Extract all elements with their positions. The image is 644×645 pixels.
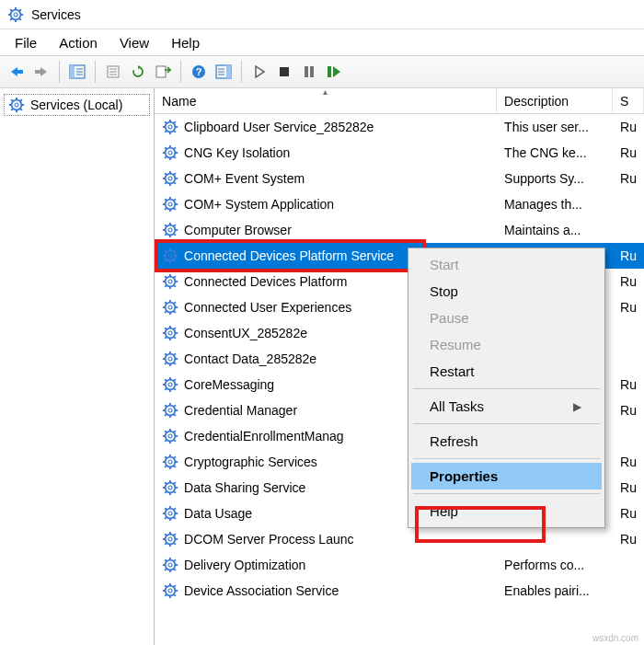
service-description-cell: Maintains a... xyxy=(497,223,613,237)
svg-point-112 xyxy=(168,280,172,283)
service-name-text: Connected User Experiences xyxy=(184,300,351,315)
column-header-description[interactable]: Description xyxy=(497,88,613,113)
svg-rect-29 xyxy=(280,67,289,76)
service-status-cell: Ru xyxy=(613,248,644,263)
nav-back-button[interactable] xyxy=(6,61,28,83)
service-gear-icon xyxy=(162,582,178,599)
svg-point-62 xyxy=(168,151,172,155)
ctx-separator xyxy=(413,388,600,389)
svg-rect-11 xyxy=(35,70,41,74)
help-button[interactable]: ? xyxy=(188,61,210,83)
toolbar-separator xyxy=(241,61,242,83)
column-headers: ▴ Name Description S xyxy=(155,88,644,114)
service-row[interactable]: DCOM Server Process LauncRu xyxy=(155,526,644,552)
service-name-text: CoreMessaging xyxy=(184,377,274,392)
main-area: Services (Local) ▴ Name Description S Cl… xyxy=(0,88,644,645)
sort-asc-icon: ▴ xyxy=(323,88,328,97)
svg-rect-30 xyxy=(305,66,308,77)
service-description-cell: Performs co... xyxy=(497,558,613,572)
svg-point-181 xyxy=(166,457,176,467)
service-gear-icon xyxy=(162,273,178,290)
service-row[interactable]: Clipboard User Service_285282eThis user … xyxy=(155,114,644,140)
start-service-button[interactable] xyxy=(248,61,270,83)
svg-point-222 xyxy=(168,563,172,567)
svg-point-232 xyxy=(168,589,172,593)
ctx-all-tasks[interactable]: All Tasks▶ xyxy=(411,393,602,420)
svg-point-141 xyxy=(166,354,176,364)
service-name-text: DCOM Server Process Launc xyxy=(184,532,353,547)
service-row[interactable]: Computer BrowserMaintains a... xyxy=(155,217,644,243)
show-hide-action-pane-button[interactable] xyxy=(213,61,235,83)
restart-service-button[interactable] xyxy=(323,61,345,83)
service-status-cell: Ru xyxy=(613,377,644,392)
service-row[interactable]: CNG Key IsolationThe CNG ke...Ru xyxy=(155,140,644,166)
pause-service-button[interactable] xyxy=(298,61,320,83)
service-name-text: Device Association Service xyxy=(184,583,339,598)
service-status-cell: Ru xyxy=(613,274,644,289)
properties-button[interactable] xyxy=(102,61,124,83)
svg-point-102 xyxy=(168,254,172,258)
svg-point-162 xyxy=(168,409,172,412)
service-gear-icon xyxy=(162,248,178,264)
menu-action[interactable]: Action xyxy=(48,31,109,54)
svg-point-172 xyxy=(168,434,172,438)
menu-view[interactable]: View xyxy=(109,31,160,54)
ctx-properties[interactable]: Properties xyxy=(411,463,602,490)
show-hide-tree-button[interactable] xyxy=(66,61,88,83)
export-list-button[interactable] xyxy=(152,61,174,83)
svg-point-61 xyxy=(166,148,176,158)
service-gear-icon xyxy=(162,479,178,496)
svg-point-72 xyxy=(168,177,172,180)
ctx-refresh[interactable]: Refresh xyxy=(411,428,602,455)
tree-item-label: Services (Local) xyxy=(30,98,122,112)
ctx-separator xyxy=(413,458,600,459)
refresh-button[interactable] xyxy=(127,61,149,83)
ctx-start: Start xyxy=(411,251,602,278)
svg-point-191 xyxy=(166,483,176,493)
svg-point-221 xyxy=(166,560,176,570)
svg-point-71 xyxy=(166,174,176,184)
service-gear-icon xyxy=(162,196,178,213)
service-gear-icon xyxy=(162,170,178,187)
title-bar: Services xyxy=(0,0,644,29)
service-gear-icon xyxy=(162,428,178,444)
service-row[interactable]: Device Association ServiceEnables pairi.… xyxy=(155,578,644,604)
service-gear-icon xyxy=(162,505,178,522)
service-name-text: Clipboard User Service_285282e xyxy=(184,120,374,134)
service-row[interactable]: COM+ System ApplicationManages th... xyxy=(155,191,644,217)
service-name-text: Credential Manager xyxy=(184,403,297,418)
svg-point-92 xyxy=(168,228,172,232)
menu-help[interactable]: Help xyxy=(160,31,211,54)
toolbar-separator xyxy=(95,61,96,83)
ctx-help[interactable]: Help xyxy=(411,498,602,524)
service-name-text: Connected Devices Platform xyxy=(184,274,347,289)
svg-point-212 xyxy=(168,537,172,541)
svg-rect-10 xyxy=(17,70,23,74)
ctx-restart[interactable]: Restart xyxy=(411,358,602,385)
service-row[interactable]: COM+ Event SystemSupports Sy...Ru xyxy=(155,166,644,191)
service-name-text: CredentialEnrollmentManag xyxy=(184,429,344,443)
service-description-cell: Supports Sy... xyxy=(497,171,613,186)
service-description-cell: Manages th... xyxy=(497,197,613,212)
menu-bar: File Action View Help xyxy=(0,29,644,55)
column-header-name[interactable]: ▴ Name xyxy=(155,88,497,113)
service-row[interactable]: Delivery OptimizationPerforms co... xyxy=(155,552,644,578)
svg-point-201 xyxy=(166,509,176,519)
service-status-cell: Ru xyxy=(613,506,644,521)
menu-file[interactable]: File xyxy=(4,31,48,54)
ctx-stop[interactable]: Stop xyxy=(411,278,602,305)
toolbar: ? xyxy=(0,55,644,88)
svg-point-192 xyxy=(168,486,172,490)
svg-rect-31 xyxy=(310,66,314,77)
svg-point-132 xyxy=(168,331,172,335)
svg-point-111 xyxy=(166,277,176,287)
nav-forward-button[interactable] xyxy=(30,61,52,83)
svg-rect-21 xyxy=(156,66,166,77)
svg-rect-25 xyxy=(226,65,231,78)
service-gear-icon xyxy=(162,402,178,419)
column-header-status[interactable]: S xyxy=(613,88,644,113)
tree-item-services-local[interactable]: Services (Local) xyxy=(4,94,150,116)
window-title: Services xyxy=(31,7,81,22)
stop-service-button[interactable] xyxy=(273,61,295,83)
service-name-text: Computer Browser xyxy=(184,223,292,237)
